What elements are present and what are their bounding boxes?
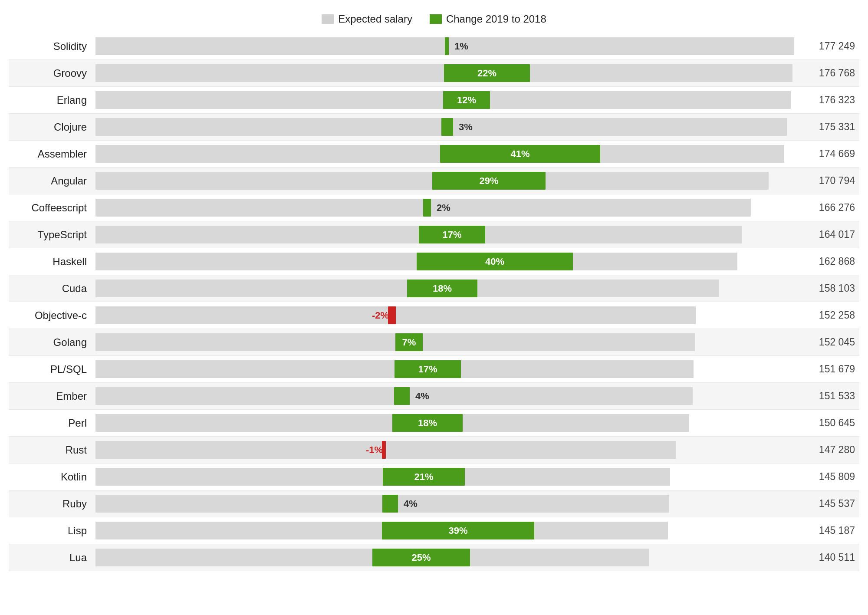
row-label: Kotlin [9, 471, 95, 483]
bar-area: 17% [95, 356, 790, 382]
row-label: Coffeescript [9, 202, 95, 214]
table-row: Solidity1%177 249 [9, 33, 859, 60]
chart-container: Expected salary Change 2019 to 2018 Soli… [0, 9, 868, 580]
table-row: Groovy22%176 768 [9, 60, 859, 87]
change-bar [423, 199, 431, 217]
table-row: Clojure3%175 331 [9, 114, 859, 141]
table-row: Perl18%150 645 [9, 410, 859, 437]
bar-area: 2% [95, 194, 790, 221]
pct-label: 39% [382, 517, 534, 544]
legend-change-box [430, 14, 442, 24]
table-row: Ember4%151 533 [9, 383, 859, 410]
table-row: Kotlin21%145 809 [9, 464, 859, 490]
pct-label: 17% [419, 221, 485, 248]
pct-label: 2% [433, 194, 454, 221]
table-row: Golang7%152 045 [9, 329, 859, 356]
row-label: Golang [9, 336, 95, 349]
value-label: 145 537 [790, 498, 859, 510]
row-label: Clojure [9, 121, 95, 133]
bar-area: 22% [95, 60, 790, 86]
table-row: Lisp39%145 187 [9, 517, 859, 544]
value-label: 176 768 [790, 67, 859, 79]
table-row: Erlang12%176 323 [9, 87, 859, 114]
bar-area: 25% [95, 544, 790, 571]
bar-area: 40% [95, 248, 790, 275]
pct-label: 29% [432, 168, 546, 194]
row-label: Lisp [9, 525, 95, 537]
rows-area: Solidity1%177 249Groovy22%176 768Erlang1… [9, 33, 859, 571]
value-label: 145 809 [790, 471, 859, 483]
value-label: 151 533 [790, 390, 859, 402]
pct-label: 22% [444, 60, 530, 86]
pct-label: 12% [443, 87, 490, 113]
value-label: 152 258 [790, 309, 859, 321]
value-label: 176 323 [790, 94, 859, 106]
row-label: Cuda [9, 283, 95, 295]
bar-area: 21% [95, 464, 790, 490]
bar-area: 4% [95, 490, 790, 517]
value-label: 174 669 [790, 148, 859, 160]
row-label: Erlang [9, 94, 95, 106]
pct-label: 4% [400, 490, 421, 517]
pct-label: 40% [417, 248, 573, 275]
bar-area: 18% [95, 410, 790, 436]
row-label: Angular [9, 175, 95, 187]
value-label: 170 794 [790, 175, 859, 187]
change-bar [441, 118, 453, 136]
bar-area: -1% [95, 437, 790, 463]
value-label: 150 645 [790, 417, 859, 429]
bar-area: 3% [95, 114, 790, 140]
change-bar [382, 495, 398, 513]
value-label: 162 868 [790, 256, 859, 267]
value-label: 175 331 [790, 121, 859, 133]
change-bar [394, 387, 410, 405]
pct-label: 18% [392, 410, 463, 436]
row-label: Objective-c [9, 309, 95, 322]
bar-area: 1% [95, 33, 790, 59]
bar-area: 41% [95, 141, 790, 167]
pct-label: 7% [395, 329, 423, 355]
pct-label: -1% [362, 437, 386, 463]
legend-salary-label: Expected salary [338, 13, 412, 25]
row-label: PL/SQL [9, 363, 95, 375]
pct-label: 41% [440, 141, 600, 167]
table-row: Objective-c-2%152 258 [9, 302, 859, 329]
pct-label: 17% [395, 356, 461, 382]
value-label: 158 103 [790, 283, 859, 294]
bar-area: 39% [95, 517, 790, 544]
table-row: Haskell40%162 868 [9, 248, 859, 275]
value-label: 151 679 [790, 363, 859, 375]
table-row: Coffeescript2%166 276 [9, 194, 859, 221]
table-row: Cuda18%158 103 [9, 275, 859, 302]
row-label: TypeScript [9, 229, 95, 241]
pct-label: 3% [455, 114, 476, 140]
value-label: 145 187 [790, 525, 859, 536]
bar-area: 7% [95, 329, 790, 355]
row-label: Ember [9, 390, 95, 402]
value-label: 147 280 [790, 444, 859, 456]
legend-salary: Expected salary [322, 13, 412, 25]
row-label: Assembler [9, 148, 95, 160]
change-bar [445, 37, 449, 55]
bar-area: 29% [95, 168, 790, 194]
bar-area: 4% [95, 383, 790, 409]
table-row: Angular29%170 794 [9, 168, 859, 194]
pct-label: -2% [368, 302, 392, 329]
pct-label: 4% [412, 383, 433, 409]
row-label: Lua [9, 552, 95, 564]
pct-label: 21% [383, 464, 465, 490]
value-label: 140 511 [790, 552, 859, 563]
row-label: Rust [9, 444, 95, 456]
value-label: 166 276 [790, 202, 859, 214]
table-row: PL/SQL17%151 679 [9, 356, 859, 383]
pct-label: 18% [407, 275, 477, 302]
bar-area: 12% [95, 87, 790, 113]
value-label: 177 249 [790, 40, 859, 52]
table-row: Assembler41%174 669 [9, 141, 859, 168]
bar-area: 18% [95, 275, 790, 302]
table-row: Ruby4%145 537 [9, 490, 859, 517]
row-label: Ruby [9, 498, 95, 510]
legend: Expected salary Change 2019 to 2018 [9, 13, 859, 25]
pct-label: 1% [451, 33, 472, 59]
legend-change-label: Change 2019 to 2018 [446, 13, 546, 25]
